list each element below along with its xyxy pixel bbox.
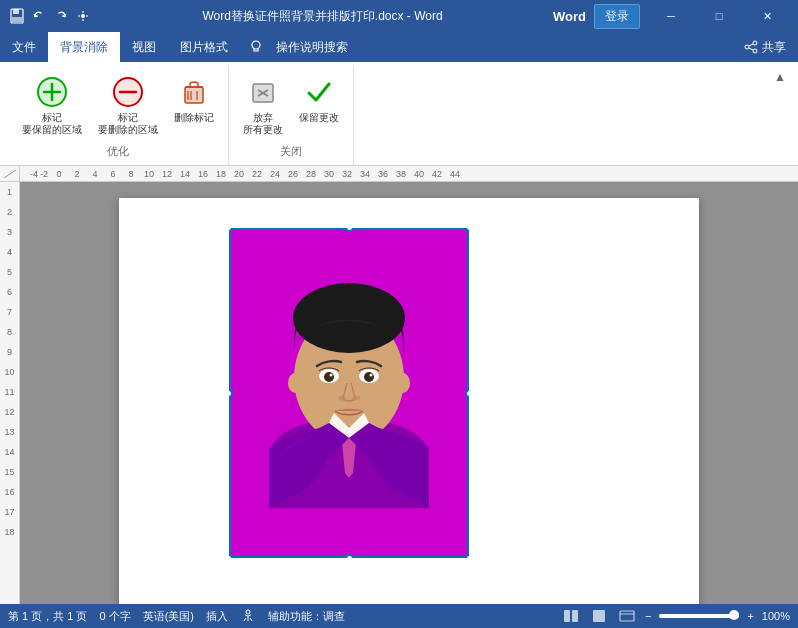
- document-page: [119, 198, 699, 604]
- svg-point-39: [396, 373, 410, 393]
- svg-point-6: [753, 49, 757, 53]
- image-container[interactable]: [229, 228, 469, 558]
- ribbon-collapse-button[interactable]: ▲: [770, 66, 790, 88]
- menu-view[interactable]: 视图: [120, 32, 168, 62]
- ruler-num: 18: [212, 169, 230, 179]
- svg-point-32: [324, 372, 334, 382]
- ribbon-btn-keep-changes[interactable]: 保留更改: [293, 70, 345, 128]
- svg-rect-41: [564, 610, 570, 622]
- side-ruler-num: 12: [0, 402, 19, 422]
- side-ruler-num: 5: [0, 262, 19, 282]
- keep-changes-label: 保留更改: [299, 112, 339, 124]
- discard-label: 放弃 所有更改: [243, 112, 283, 136]
- handle-bottom-center[interactable]: [345, 554, 354, 558]
- svg-line-25: [4, 170, 16, 178]
- svg-point-34: [330, 374, 333, 377]
- svg-rect-2: [12, 17, 22, 22]
- window-controls: ─ □ ✕: [648, 0, 790, 32]
- menu-file[interactable]: 文件: [0, 32, 48, 62]
- delete-mark-label: 删除标记: [174, 112, 214, 124]
- ruler-num: 40: [410, 169, 428, 179]
- title-bar-title: Word替换证件照背景并排版打印.docx - Word: [92, 8, 553, 25]
- view-print-button[interactable]: [589, 606, 609, 626]
- svg-point-33: [364, 372, 374, 382]
- ribbon-btn-mark-remove[interactable]: 标记 要删除的区域: [92, 70, 164, 140]
- svg-rect-43: [593, 610, 605, 622]
- zoom-slider-thumb[interactable]: [729, 610, 739, 620]
- menu-search[interactable]: 操作说明搜索: [264, 39, 360, 56]
- title-bar-left-controls: [8, 7, 92, 25]
- mark-keep-label: 标记 要保留的区域: [22, 112, 82, 136]
- ribbon-btn-discard[interactable]: 放弃 所有更改: [237, 70, 289, 140]
- share-button[interactable]: 共享: [732, 32, 798, 62]
- ruler-num: 32: [338, 169, 356, 179]
- svg-point-40: [246, 610, 250, 614]
- ribbon-group-optimize: 标记 要保留的区域 标记 要删除的区域: [8, 66, 229, 165]
- redo-icon[interactable]: [52, 7, 70, 25]
- side-ruler-num: 1: [0, 182, 19, 202]
- zoom-plus[interactable]: +: [747, 610, 753, 622]
- login-button[interactable]: 登录: [594, 4, 640, 29]
- svg-point-36: [338, 396, 346, 401]
- customize-icon[interactable]: [74, 7, 92, 25]
- ruler-num: 20: [230, 169, 248, 179]
- save-icon[interactable]: [8, 7, 26, 25]
- portrait-svg: [229, 228, 469, 558]
- view-read-button[interactable]: [561, 606, 581, 626]
- ruler-top: -4 -2 0 2 4 6 8 10 12 14 16 18 20 22 24 …: [20, 166, 798, 182]
- handle-bottom-right[interactable]: [465, 554, 469, 558]
- svg-rect-1: [13, 9, 19, 14]
- lightbulb-icon: [248, 39, 264, 55]
- document-scroll[interactable]: [20, 182, 798, 604]
- zoom-level: 100%: [762, 610, 790, 622]
- view-web-button[interactable]: [617, 606, 637, 626]
- close-button[interactable]: ✕: [744, 0, 790, 32]
- ruler-num: 22: [248, 169, 266, 179]
- minimize-button[interactable]: ─: [648, 0, 694, 32]
- share-icon: [744, 40, 758, 54]
- status-insert: 插入: [206, 609, 228, 624]
- print-view-icon: [591, 609, 607, 623]
- side-ruler-num: 13: [0, 422, 19, 442]
- ruler-num: -2: [40, 169, 48, 179]
- svg-rect-44: [620, 611, 634, 621]
- side-ruler-num: 4: [0, 242, 19, 262]
- side-ruler: 1 2 3 4 5 6 7 8 9 10 11 12 13 14 15 16 1…: [0, 182, 20, 604]
- menu-background-removal[interactable]: 背景消除: [48, 32, 120, 62]
- ruler-num: 14: [176, 169, 194, 179]
- share-label: 共享: [762, 39, 786, 56]
- image-magenta: [229, 228, 469, 558]
- zoom-slider-fill: [659, 614, 739, 618]
- menu-picture-format[interactable]: 图片格式: [168, 32, 240, 62]
- ribbon-btn-mark-keep[interactable]: 标记 要保留的区域: [16, 70, 88, 140]
- ribbon-buttons-optimize: 标记 要保留的区域 标记 要删除的区域: [16, 70, 220, 140]
- zoom-minus[interactable]: −: [645, 610, 651, 622]
- status-accessibility: 辅助功能：调查: [268, 609, 345, 624]
- ribbon-group-optimize-label: 优化: [107, 140, 129, 161]
- menu-bar: 文件 背景消除 视图 图片格式 操作说明搜索 共享: [0, 32, 798, 62]
- ruler-num: 4: [86, 169, 104, 179]
- ruler-num: 2: [68, 169, 86, 179]
- svg-line-9: [749, 48, 753, 50]
- ruler-num: 6: [104, 169, 122, 179]
- ribbon-btn-delete-mark[interactable]: 删除标记: [168, 70, 220, 128]
- ruler-top-container: -4 -2 0 2 4 6 8 10 12 14 16 18 20 22 24 …: [0, 166, 798, 182]
- document-area: 1 2 3 4 5 6 7 8 9 10 11 12 13 14 15 16 1…: [0, 182, 798, 604]
- status-chars: 0 个字: [99, 609, 130, 624]
- zoom-slider[interactable]: [659, 614, 739, 618]
- side-ruler-num: 8: [0, 322, 19, 342]
- ribbon-buttons-close: 放弃 所有更改 保留更改: [237, 70, 345, 140]
- svg-point-35: [370, 374, 373, 377]
- ribbon-group-close-label: 关闭: [280, 140, 302, 161]
- ribbon: 标记 要保留的区域 标记 要删除的区域: [0, 62, 798, 166]
- read-view-icon: [563, 609, 579, 623]
- undo-icon[interactable]: [30, 7, 48, 25]
- side-ruler-num: 14: [0, 442, 19, 462]
- ruler-num: 42: [428, 169, 446, 179]
- restore-button[interactable]: □: [696, 0, 742, 32]
- handle-middle-right[interactable]: [465, 389, 469, 398]
- svg-line-8: [749, 44, 753, 46]
- side-ruler-num: 15: [0, 462, 19, 482]
- ruler-num: 36: [374, 169, 392, 179]
- ruler-corner-icon: [0, 166, 20, 182]
